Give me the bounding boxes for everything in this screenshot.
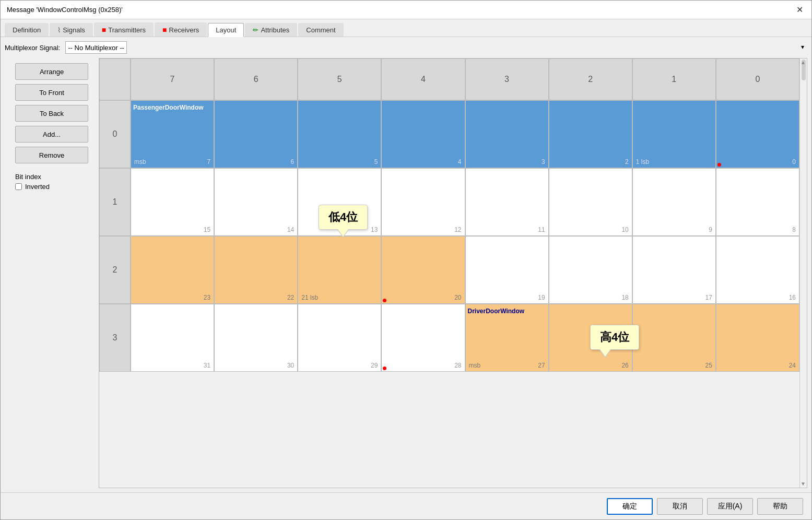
cell-r0-c2[interactable]: 2 — [549, 100, 632, 168]
cell-r3-c1-bit: 25 — [705, 362, 712, 369]
cell-r0-c0-bit: 0 — [792, 158, 796, 166]
cell-r0-c4-bit: 4 — [458, 158, 462, 166]
cell-r3-c3-msb: msb — [469, 362, 481, 369]
cell-r3-c3[interactable]: DriverDoorWindow msb 27 — [465, 304, 549, 372]
bit-grid: 7 6 5 4 3 2 1 0 0 PassengerDoorWindow ms… — [99, 58, 799, 372]
cell-r1-c1[interactable]: 9 — [632, 168, 716, 236]
cell-r2-c1[interactable]: 17 — [632, 236, 716, 304]
cell-r3-c2-bit: 26 — [621, 362, 628, 369]
cell-r2-c0-bit: 16 — [789, 294, 796, 301]
close-button[interactable]: ✕ — [794, 5, 805, 15]
header-col-0: 0 — [716, 58, 799, 100]
cell-r1-c0[interactable]: 8 — [716, 168, 799, 236]
cell-r2-c7[interactable]: 23 — [131, 236, 214, 304]
cell-r1-c6[interactable]: 14 — [214, 168, 298, 236]
cell-r2-c6-bit: 22 — [287, 294, 294, 301]
cell-r2-c7-bit: 23 — [204, 294, 210, 301]
cell-r2-c2-bit: 18 — [621, 294, 628, 301]
callout-low: 低4位 — [319, 205, 368, 230]
cell-r1-c7-bit: 15 — [204, 226, 210, 233]
remove-button[interactable]: Remove — [15, 147, 88, 163]
cell-r3-c5-bit: 29 — [371, 362, 378, 369]
header-col-5: 5 — [298, 58, 381, 100]
tab-layout[interactable]: Layout — [208, 23, 244, 37]
cell-r0-c1[interactable]: 1 lsb — [632, 100, 716, 168]
cell-r0-c7-msb: msb — [134, 158, 146, 166]
cell-r0-c5[interactable]: 5 — [298, 100, 381, 168]
bit-index-section: Bit index Inverted — [15, 173, 88, 191]
inverted-label: Inverted — [25, 183, 50, 191]
inverted-checkbox[interactable] — [15, 183, 22, 190]
sidebar: Arrange To Front To Back Add... Remove B… — [5, 58, 99, 488]
cell-r0-c3[interactable]: 3 — [465, 100, 549, 168]
cell-r3-c0-bit: 24 — [789, 362, 796, 369]
cell-r1-c2-bit: 10 — [621, 226, 628, 233]
cell-r0-c1-lsb: 1 lsb — [636, 158, 649, 166]
window-title: Message 'WindowControlMsg (0x258)' — [7, 6, 123, 14]
cell-r1-c5-bit: 13 — [371, 226, 378, 233]
tab-transmitters[interactable]: ■ Transmitters — [94, 22, 154, 37]
tab-comment-label: Comment — [306, 26, 335, 34]
tab-receivers[interactable]: ■ Receivers — [155, 22, 207, 37]
attributes-icon: ✏ — [253, 26, 258, 34]
multiplexor-select[interactable]: -- No Multiplexor -- — [65, 41, 127, 54]
cancel-button[interactable]: 取消 — [657, 498, 703, 515]
passenger-signal-name: PassengerDoorWindow — [133, 104, 204, 111]
row-label-3: 3 — [99, 304, 131, 372]
cell-r2-c5-lsb: 21 lsb — [301, 294, 318, 301]
row-label-2: 2 — [99, 236, 131, 304]
cell-r3-c7[interactable]: 31 — [131, 304, 214, 372]
cell-r0-c7[interactable]: PassengerDoorWindow msb 7 — [131, 100, 214, 168]
add-button[interactable]: Add... — [15, 126, 88, 143]
cell-r0-c0[interactable]: 0 — [716, 100, 799, 168]
cell-r3-c6-bit: 30 — [287, 362, 294, 369]
grid-wrapper[interactable]: ▲ ▼ 7 6 5 4 3 2 1 0 0 — [99, 58, 807, 488]
cell-r0-c4[interactable]: 4 — [381, 100, 465, 168]
multiplexor-label: Multiplexor Signal: — [5, 44, 60, 52]
main-window: Message 'WindowControlMsg (0x258)' ✕ Def… — [0, 0, 812, 520]
tab-bar: Definition ⌇ Signals ■ Transmitters ■ Re… — [1, 19, 811, 37]
cell-r2-c5[interactable]: 21 lsb — [298, 236, 381, 304]
cell-r3-c1[interactable]: 25 — [632, 304, 716, 372]
cell-r1-c0-bit: 8 — [792, 226, 796, 233]
callout-high-text: 高4位 — [600, 330, 629, 344]
cell-r0-c6[interactable]: 6 — [214, 100, 298, 168]
driver-signal-name: DriverDoorWindow — [468, 308, 525, 315]
cell-r3-c5[interactable]: 29 — [298, 304, 381, 372]
header-col-3: 3 — [465, 58, 549, 100]
tab-definition-label: Definition — [13, 26, 41, 34]
cell-r1-c1-bit: 9 — [709, 226, 712, 233]
help-button[interactable]: 帮助 — [757, 498, 803, 515]
cell-r3-c6[interactable]: 30 — [214, 304, 298, 372]
confirm-button[interactable]: 确定 — [607, 498, 653, 515]
tab-definition[interactable]: Definition — [5, 23, 49, 37]
to-back-button[interactable]: To Back — [15, 105, 88, 122]
cell-r1-c2[interactable]: 10 — [549, 168, 632, 236]
cell-r1-c3[interactable]: 11 — [465, 168, 549, 236]
callout-high: 高4位 — [590, 325, 639, 350]
callout-low-text: 低4位 — [328, 210, 358, 223]
arrange-button[interactable]: Arrange — [15, 63, 88, 80]
cell-r3-c0[interactable]: 24 — [716, 304, 799, 372]
to-front-button[interactable]: To Front — [15, 84, 88, 101]
cell-r2-c6[interactable]: 22 — [214, 236, 298, 304]
apply-button[interactable]: 应用(A) — [707, 498, 753, 515]
tab-attributes[interactable]: ✏ Attributes — [245, 23, 297, 37]
tab-signals[interactable]: ⌇ Signals — [50, 23, 93, 37]
cell-r2-c2[interactable]: 18 — [549, 236, 632, 304]
tab-comment[interactable]: Comment — [298, 23, 343, 37]
cell-r3-c4[interactable]: 28 — [381, 304, 465, 372]
cell-r3-c7-bit: 31 — [204, 362, 210, 369]
cell-r1-c4[interactable]: 12 — [381, 168, 465, 236]
title-bar: Message 'WindowControlMsg (0x258)' ✕ — [1, 1, 811, 19]
cell-r2-c3[interactable]: 19 — [465, 236, 549, 304]
red-dot-r2 — [383, 299, 386, 302]
red-dot-r0 — [717, 163, 721, 167]
cell-r1-c4-bit: 12 — [454, 226, 461, 233]
cell-r0-c2-bit: 2 — [625, 158, 629, 166]
cell-r2-c0[interactable]: 16 — [716, 236, 799, 304]
cell-r1-c7[interactable]: 15 — [131, 168, 214, 236]
header-col-1: 1 — [632, 58, 716, 100]
cell-r2-c4-bit: 20 — [454, 294, 461, 301]
cell-r2-c4[interactable]: 20 — [381, 236, 465, 304]
